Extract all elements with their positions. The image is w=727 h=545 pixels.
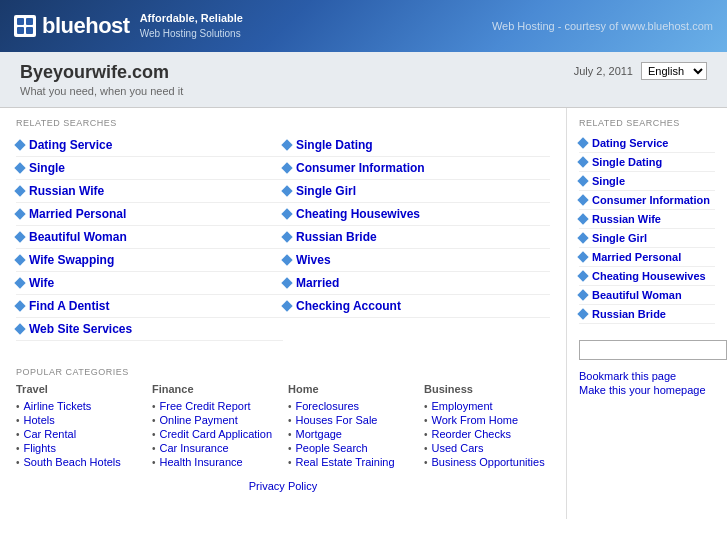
list-item: Russian Bride xyxy=(283,226,550,249)
search-link[interactable]: Single xyxy=(29,161,65,175)
sidebar-search-link[interactable]: Russian Wife xyxy=(592,213,661,225)
category-link[interactable]: Airline Tickets xyxy=(24,400,92,412)
category-link[interactable]: Houses For Sale xyxy=(296,414,378,426)
popular-col-heading: Business xyxy=(424,383,550,395)
popular-col: FinanceFree Credit ReportOnline PaymentC… xyxy=(152,383,278,469)
searches-left-list: Dating ServiceSingleRussian WifeMarried … xyxy=(16,134,283,341)
diamond-icon xyxy=(14,231,25,242)
diamond-icon xyxy=(281,254,292,265)
list-item: Single Girl xyxy=(579,229,715,248)
header-promo: Web Hosting - courtesy of www.bluehost.c… xyxy=(492,20,713,32)
list-item: Web Site Services xyxy=(16,318,283,341)
searches-right-list: Single DatingConsumer InformationSingle … xyxy=(283,134,550,318)
category-link[interactable]: South Beach Hotels xyxy=(24,456,121,468)
list-item: Checking Account xyxy=(283,295,550,318)
category-link[interactable]: Health Insurance xyxy=(160,456,243,468)
list-item: Free Credit Report xyxy=(152,399,278,413)
list-item: Used Cars xyxy=(424,441,550,455)
list-item: Cheating Housewives xyxy=(579,267,715,286)
sidebar-search-link[interactable]: Cheating Housewives xyxy=(592,270,706,282)
search-link[interactable]: Checking Account xyxy=(296,299,401,313)
list-item: Russian Wife xyxy=(579,210,715,229)
diamond-icon xyxy=(281,277,292,288)
list-item: Married Personal xyxy=(579,248,715,267)
category-link[interactable]: Mortgage xyxy=(296,428,342,440)
category-link[interactable]: Credit Card Application xyxy=(160,428,273,440)
diamond-icon xyxy=(577,232,588,243)
diamond-icon xyxy=(14,162,25,173)
list-item: Wife xyxy=(16,272,283,295)
list-item: People Search xyxy=(288,441,414,455)
search-link[interactable]: Married Personal xyxy=(29,207,126,221)
site-meta: July 2, 2011 English Spanish French xyxy=(574,62,707,80)
category-link[interactable]: Flights xyxy=(24,442,56,454)
sidebar-search-link[interactable]: Beautiful Woman xyxy=(592,289,682,301)
sidebar-search-link[interactable]: Russian Bride xyxy=(592,308,666,320)
search-link[interactable]: Consumer Information xyxy=(296,161,425,175)
list-item: Single Dating xyxy=(283,134,550,157)
diamond-icon xyxy=(577,251,588,262)
category-link[interactable]: People Search xyxy=(296,442,368,454)
search-link[interactable]: Web Site Services xyxy=(29,322,132,336)
search-link[interactable]: Russian Wife xyxy=(29,184,104,198)
search-link[interactable]: Beautiful Woman xyxy=(29,230,127,244)
bookmark-link[interactable]: Bookmark this page xyxy=(579,370,715,382)
popular-col-heading: Travel xyxy=(16,383,142,395)
category-link[interactable]: Hotels xyxy=(24,414,55,426)
search-input[interactable] xyxy=(579,340,727,360)
search-link[interactable]: Wives xyxy=(296,253,331,267)
privacy-link[interactable]: Privacy Policy xyxy=(249,480,317,492)
list-item: Credit Card Application xyxy=(152,427,278,441)
search-link[interactable]: Wife Swapping xyxy=(29,253,114,267)
search-box: Search xyxy=(579,340,715,360)
search-link[interactable]: Russian Bride xyxy=(296,230,377,244)
site-date: July 2, 2011 xyxy=(574,65,633,77)
category-link[interactable]: Car Insurance xyxy=(160,442,229,454)
search-link[interactable]: Single Dating xyxy=(296,138,373,152)
list-item: Russian Bride xyxy=(579,305,715,324)
category-link[interactable]: Free Credit Report xyxy=(160,400,251,412)
popular-col-heading: Finance xyxy=(152,383,278,395)
sidebar-search-link[interactable]: Dating Service xyxy=(592,137,668,149)
logo-wordmark: bluehost xyxy=(42,13,130,39)
diamond-icon xyxy=(577,289,588,300)
search-link[interactable]: Wife xyxy=(29,276,54,290)
list-item: Flights xyxy=(16,441,142,455)
search-link[interactable]: Cheating Housewives xyxy=(296,207,420,221)
list-item: Cheating Housewives xyxy=(283,203,550,226)
diamond-icon xyxy=(14,277,25,288)
diamond-icon xyxy=(577,156,588,167)
homepage-link[interactable]: Make this your homepage xyxy=(579,384,715,396)
search-link[interactable]: Married xyxy=(296,276,339,290)
list-item: Dating Service xyxy=(579,134,715,153)
logo-icon xyxy=(14,15,36,37)
list-item: Car Insurance xyxy=(152,441,278,455)
list-item: Single xyxy=(16,157,283,180)
language-select[interactable]: English Spanish French xyxy=(641,62,707,80)
list-item: Work From Home xyxy=(424,413,550,427)
popular-col: HomeForeclosuresHouses For SaleMortgageP… xyxy=(288,383,414,469)
list-item: Russian Wife xyxy=(16,180,283,203)
site-subtitle: What you need, when you need it xyxy=(20,85,183,97)
category-link[interactable]: Employment xyxy=(432,400,493,412)
search-link[interactable]: Dating Service xyxy=(29,138,112,152)
category-link[interactable]: Reorder Checks xyxy=(432,428,511,440)
category-link[interactable]: Real Estate Training xyxy=(296,456,395,468)
search-link[interactable]: Single Girl xyxy=(296,184,356,198)
list-item: Houses For Sale xyxy=(288,413,414,427)
category-link[interactable]: Online Payment xyxy=(160,414,238,426)
category-link[interactable]: Work From Home xyxy=(432,414,519,426)
sidebar-search-link[interactable]: Single xyxy=(592,175,625,187)
category-link[interactable]: Car Rental xyxy=(24,428,77,440)
sidebar-search-link[interactable]: Consumer Information xyxy=(592,194,710,206)
sidebar-related-label: RELATED SEARCHES xyxy=(579,118,715,128)
category-link[interactable]: Business Opportunities xyxy=(432,456,545,468)
sidebar-search-link[interactable]: Single Dating xyxy=(592,156,662,168)
search-link[interactable]: Find A Dentist xyxy=(29,299,109,313)
sidebar-search-link[interactable]: Married Personal xyxy=(592,251,681,263)
diamond-icon xyxy=(281,185,292,196)
category-link[interactable]: Used Cars xyxy=(432,442,484,454)
list-item: South Beach Hotels xyxy=(16,455,142,469)
sidebar-search-link[interactable]: Single Girl xyxy=(592,232,647,244)
category-link[interactable]: Foreclosures xyxy=(296,400,360,412)
